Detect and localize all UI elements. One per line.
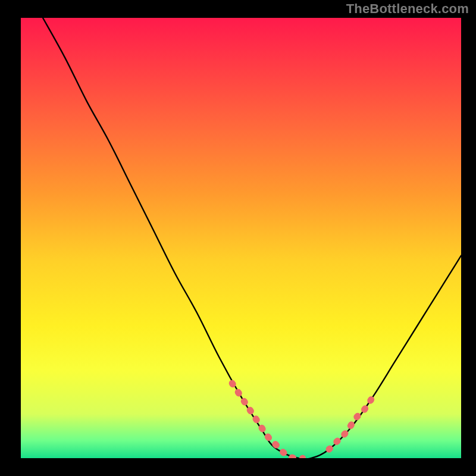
curve-layer: [21, 18, 461, 458]
bottleneck-curve: [43, 18, 461, 458]
chart-frame: TheBottleneck.com: [0, 0, 476, 476]
watermark-text: TheBottleneck.com: [346, 1, 469, 17]
highlight-right: [329, 396, 373, 449]
plot-area: [21, 18, 461, 458]
highlight-left: [232, 383, 302, 458]
